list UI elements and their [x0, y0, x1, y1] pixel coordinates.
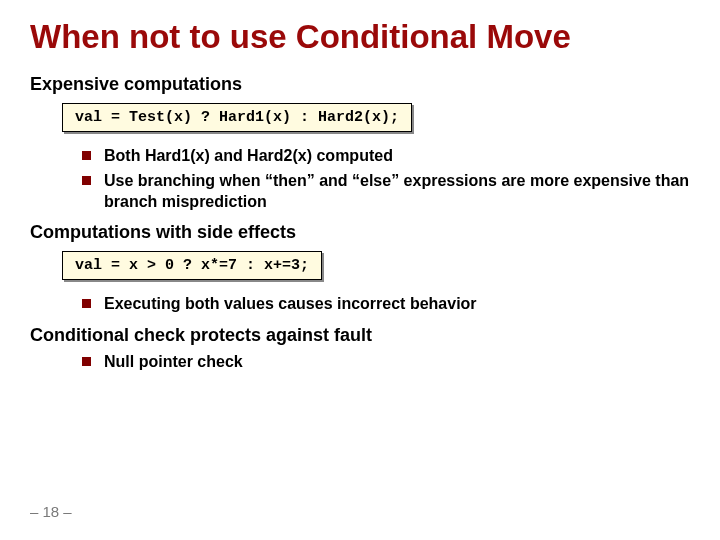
code-box-2: val = x > 0 ? x*=7 : x+=3;	[62, 251, 322, 280]
section-heading-fault: Conditional check protects against fault	[30, 325, 690, 346]
bullet-list-2: Executing both values causes incorrect b…	[82, 294, 690, 315]
list-item: Use branching when “then” and “else” exp…	[82, 171, 690, 213]
list-item: Both Hard1(x) and Hard2(x) computed	[82, 146, 690, 167]
list-item: Null pointer check	[82, 352, 690, 373]
bullet-list-3: Null pointer check	[82, 352, 690, 373]
section-heading-side-effects: Computations with side effects	[30, 222, 690, 243]
bullet-list-1: Both Hard1(x) and Hard2(x) computed Use …	[82, 146, 690, 212]
section-heading-expensive: Expensive computations	[30, 74, 690, 95]
slide-content: When not to use Conditional Move Expensi…	[0, 0, 720, 373]
slide-title: When not to use Conditional Move	[30, 18, 690, 56]
page-number: – 18 –	[30, 503, 72, 520]
code-box-1: val = Test(x) ? Hard1(x) : Hard2(x);	[62, 103, 412, 132]
list-item: Executing both values causes incorrect b…	[82, 294, 690, 315]
